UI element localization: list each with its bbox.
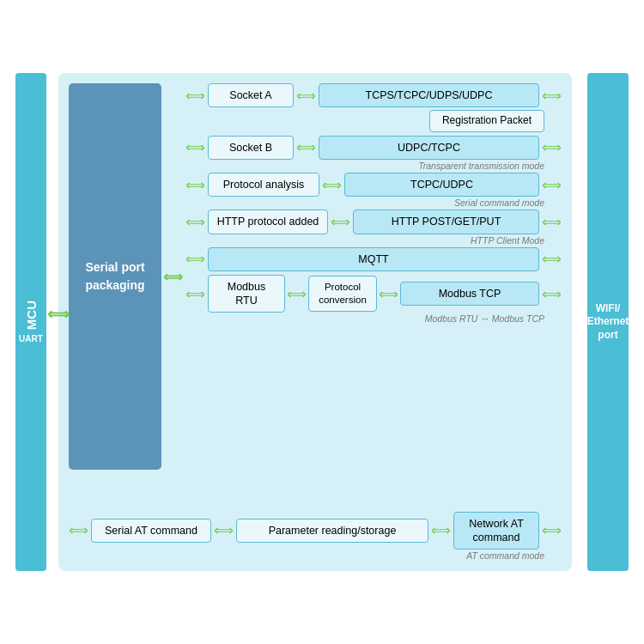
arrow-mid-right-row6: ⟺ bbox=[379, 286, 398, 302]
registration-packet-box: Registration Packet bbox=[429, 110, 544, 132]
tcps-label: TCPS/TCPC/UDPS/UDPC bbox=[366, 88, 493, 102]
arrow-mid-row2: ⟺ bbox=[296, 139, 316, 155]
arrow-right-row5: ⟺ bbox=[542, 251, 562, 267]
arrow-left-row1: ⟺ bbox=[185, 88, 205, 104]
diagram-wrapper: MCU UART ⟺ WIFI/Ethernetport Serial port… bbox=[0, 0, 644, 644]
udpc-tcpc-label: UDPC/TCPC bbox=[398, 141, 460, 155]
arrow-mid-bottom1: ⟺ bbox=[214, 522, 234, 538]
modbus-rtu-box: Modbus RTU bbox=[208, 275, 285, 313]
arrow-right-row3: ⟺ bbox=[542, 177, 562, 193]
serial-at-command-label: Serial AT command bbox=[105, 524, 197, 538]
parameter-reading-box: Parameter reading/storage bbox=[236, 519, 428, 543]
protocol-analysis-box: Protocol analysis bbox=[208, 173, 319, 197]
row-mqtt-group: ⟺ MQTT ⟺ bbox=[185, 247, 562, 271]
tcpc-udpc-box: TCPC/UDPC bbox=[344, 173, 539, 197]
main-container: Serial portpackaging ⟺ ⟺ Socket A ⟺ TCPS… bbox=[58, 73, 572, 571]
bottom-at-row: ⟺ Serial AT command ⟺ Parameter reading/… bbox=[69, 512, 562, 550]
tcpc-udpc-label: TCPC/UDPC bbox=[410, 178, 473, 191]
http-protocol-label: HTTP protocol added bbox=[217, 215, 319, 228]
uart-label: UART bbox=[19, 334, 43, 343]
reg-packet-row: Registration Packet bbox=[185, 110, 544, 132]
row-socket-b-group: ⟺ Socket B ⟺ UDPC/TCPC ⟺ Transparent tra… bbox=[185, 136, 562, 171]
serial-port-packaging-label: Serial portpackaging bbox=[85, 258, 144, 295]
arrow-right-bottom: ⟺ bbox=[542, 522, 562, 538]
rows-area: ⟺ Socket A ⟺ TCPS/TCPC/UDPS/UDPC ⟺ Regis… bbox=[185, 83, 562, 325]
row-socket-a: ⟺ Socket A ⟺ TCPS/TCPC/UDPS/UDPC ⟺ bbox=[185, 83, 562, 107]
mcu-left-bar: MCU UART bbox=[15, 73, 46, 571]
row-http: ⟺ HTTP protocol added ⟺ HTTP POST/GET/PU… bbox=[185, 210, 562, 234]
registration-packet-label: Registration Packet bbox=[442, 114, 532, 128]
socket-a-box: Socket A bbox=[208, 83, 294, 107]
row-mqtt: ⟺ MQTT ⟺ bbox=[185, 247, 562, 271]
inner-arrow-mcu: ⟺ bbox=[163, 269, 183, 285]
mcu-label: MCU bbox=[24, 301, 39, 330]
arrow-left-row4: ⟺ bbox=[185, 214, 205, 230]
arrow-mid-left-row6: ⟺ bbox=[287, 286, 307, 302]
row-http-group: ⟺ HTTP protocol added ⟺ HTTP POST/GET/PU… bbox=[185, 210, 562, 245]
bottom-at-row-container: ⟺ Serial AT command ⟺ Parameter reading/… bbox=[69, 512, 562, 562]
transparent-mode-label: Transparent transmission mode bbox=[185, 161, 544, 171]
protocol-analysis-label: Protocol analysis bbox=[223, 178, 305, 191]
network-at-command-label: Network ATcommand bbox=[469, 517, 524, 545]
row-protocol: ⟺ Protocol analysis ⟺ TCPC/UDPC ⟺ bbox=[185, 173, 562, 197]
http-protocol-box: HTTP protocol added bbox=[208, 210, 328, 234]
protocol-conversion-label: Protocolconversion bbox=[319, 281, 367, 307]
http-post-box: HTTP POST/GET/PUT bbox=[353, 210, 539, 234]
row-modbus-group: ⟺ Modbus RTU ⟺ Protocolconversion ⟺ Modb… bbox=[185, 275, 562, 325]
socket-b-label: Socket B bbox=[229, 141, 272, 155]
mqtt-box: MQTT bbox=[208, 247, 539, 271]
at-command-mode-label: AT command mode bbox=[69, 550, 544, 561]
arrow-left-row2: ⟺ bbox=[185, 139, 205, 155]
arrow-right-row2: ⟺ bbox=[542, 139, 562, 155]
network-at-command-box: Network ATcommand bbox=[453, 512, 539, 550]
http-client-mode-label: HTTP Client Mode bbox=[185, 235, 544, 246]
arrow-mid-row4: ⟺ bbox=[331, 214, 350, 230]
modbus-rtu-label: Modbus RTU bbox=[216, 280, 277, 308]
mcu-arrow: ⟺ bbox=[47, 305, 70, 324]
arrow-mid-bottom2: ⟺ bbox=[431, 522, 451, 538]
serial-port-packaging-box: Serial portpackaging bbox=[69, 83, 161, 470]
socket-a-label: Socket A bbox=[229, 88, 271, 102]
wifi-label: WIFI/Ethernetport bbox=[587, 302, 629, 343]
modbus-tcp-label: Modbus TCP bbox=[439, 287, 501, 301]
arrow-left-row6: ⟺ bbox=[185, 286, 205, 302]
parameter-reading-label: Parameter reading/storage bbox=[269, 524, 397, 538]
arrow-right-row1: ⟺ bbox=[542, 88, 562, 104]
modbus-mode-label: Modbus RTU ↔ Modbus TCP bbox=[185, 313, 544, 324]
tcps-box: TCPS/TCPC/UDPS/UDPC bbox=[319, 83, 539, 107]
wifi-right-bar: WIFI/Ethernetport bbox=[587, 73, 629, 571]
arrow-right-row6: ⟺ bbox=[542, 286, 562, 302]
mqtt-label: MQTT bbox=[358, 252, 388, 266]
arrow-left-row3: ⟺ bbox=[185, 177, 205, 193]
serial-command-mode-label: Serial command mode bbox=[185, 197, 544, 208]
arrow-mid-row3: ⟺ bbox=[322, 177, 342, 193]
http-post-label: HTTP POST/GET/PUT bbox=[392, 215, 501, 228]
arrow-left-row5: ⟺ bbox=[185, 251, 205, 267]
arrow-mid-row1: ⟺ bbox=[296, 88, 316, 104]
arrow-right-row4: ⟺ bbox=[542, 214, 562, 230]
serial-at-command-box: Serial AT command bbox=[91, 519, 211, 543]
protocol-conversion-box: Protocolconversion bbox=[308, 276, 377, 312]
arrow-left-bottom: ⟺ bbox=[69, 522, 88, 538]
row-protocol-group: ⟺ Protocol analysis ⟺ TCPC/UDPC ⟺ Serial… bbox=[185, 173, 562, 208]
row-modbus: ⟺ Modbus RTU ⟺ Protocolconversion ⟺ Modb… bbox=[185, 275, 562, 313]
row-socket-b: ⟺ Socket B ⟺ UDPC/TCPC ⟺ bbox=[185, 136, 562, 160]
udpc-tcpc-box: UDPC/TCPC bbox=[319, 136, 539, 160]
modbus-tcp-box: Modbus TCP bbox=[400, 282, 539, 306]
socket-b-box: Socket B bbox=[208, 136, 294, 160]
row-socket-a-group: ⟺ Socket A ⟺ TCPS/TCPC/UDPS/UDPC ⟺ Regis… bbox=[185, 83, 562, 132]
